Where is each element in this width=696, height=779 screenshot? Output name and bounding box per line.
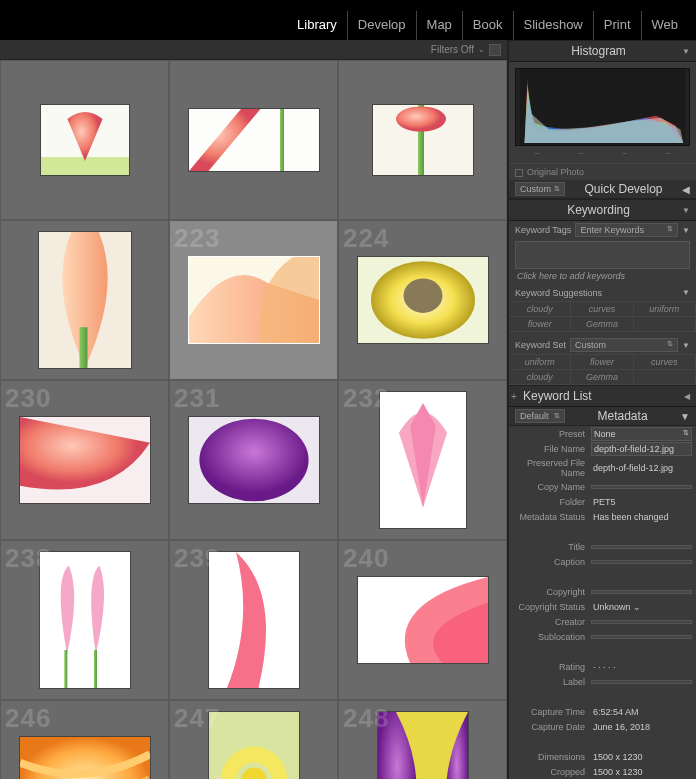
metadata-row: Label bbox=[509, 674, 696, 689]
filter-bar[interactable]: Filters Off ⌄ bbox=[0, 40, 507, 60]
metadata-row: Copyright StatusUnknown ⌄ bbox=[509, 599, 696, 614]
keyword-suggestions-header[interactable]: Keyword Suggestions▼ bbox=[509, 285, 696, 301]
metadata-value[interactable]: depth-of-field-12.jpg bbox=[591, 442, 692, 456]
metadata-mode-select[interactable]: Default⇅ bbox=[515, 409, 565, 423]
grid-cell[interactable] bbox=[338, 60, 507, 220]
grid-cell[interactable] bbox=[0, 220, 169, 380]
grid-cell[interactable]: 223· · · · · bbox=[169, 220, 338, 380]
keyword-chip[interactable]: Gemma bbox=[571, 317, 633, 332]
keyword-textarea[interactable] bbox=[515, 241, 690, 269]
metadata-label: Copyright Status bbox=[509, 602, 591, 612]
grid-cell[interactable]: 248 bbox=[338, 700, 507, 779]
chevron-down-icon[interactable]: ▼ bbox=[682, 341, 690, 350]
keyword-set-grid: uniformflowercurvescloudyGemma bbox=[509, 354, 696, 385]
svg-rect-3 bbox=[280, 109, 284, 171]
nav-library[interactable]: Library bbox=[287, 11, 348, 40]
metadata-row: Copy Name bbox=[509, 479, 696, 494]
filter-label: Filters Off bbox=[431, 44, 474, 55]
metadata-row: Sublocation bbox=[509, 629, 696, 644]
grid-cell[interactable]: 239 bbox=[169, 540, 338, 700]
metadata-label: Metadata Status bbox=[509, 512, 591, 522]
nav-web[interactable]: Web bbox=[642, 11, 689, 40]
metadata-value: 6:52:54 AM bbox=[591, 706, 692, 718]
nav-develop[interactable]: Develop bbox=[348, 11, 417, 40]
keyword-chip[interactable]: cloudy bbox=[509, 370, 571, 385]
cell-index: 239 bbox=[174, 543, 220, 574]
metadata-row: Metadata StatusHas been changed bbox=[509, 509, 696, 524]
chevron-down-icon: ▼ bbox=[682, 206, 690, 215]
metadata-label: Capture Date bbox=[509, 722, 591, 732]
grid-cell[interactable]: 240 bbox=[338, 540, 507, 700]
grid-cell[interactable] bbox=[169, 60, 338, 220]
metadata-value[interactable] bbox=[591, 620, 692, 624]
keyword-chip[interactable]: uniform bbox=[509, 355, 571, 370]
nav-book[interactable]: Book bbox=[463, 11, 514, 40]
svg-rect-19 bbox=[94, 650, 97, 688]
cell-index: 230 bbox=[5, 383, 51, 414]
keyword-list-header[interactable]: + Keyword List◀ bbox=[509, 385, 696, 407]
grid-cell[interactable] bbox=[0, 60, 169, 220]
svg-rect-8 bbox=[79, 327, 87, 368]
metadata-value[interactable] bbox=[591, 485, 692, 489]
keywording-header[interactable]: Keywording▼ bbox=[509, 199, 696, 221]
rating-dots[interactable]: · · · · · bbox=[233, 366, 271, 375]
original-photo-row[interactable]: Original Photo bbox=[509, 163, 696, 180]
keyword-chip[interactable]: cloudy bbox=[509, 302, 571, 317]
quick-develop-header[interactable]: Custom⇅ Quick Develop ◀ bbox=[509, 180, 696, 199]
grid-cell[interactable]: 232 bbox=[338, 380, 507, 540]
grid-cell[interactable]: 224 bbox=[338, 220, 507, 380]
module-nav: LibraryDevelopMapBookSlideshowPrintWeb bbox=[287, 11, 688, 40]
keyword-chip[interactable] bbox=[634, 317, 696, 332]
svg-rect-18 bbox=[64, 650, 67, 688]
grid-cell[interactable]: 247 bbox=[169, 700, 338, 779]
metadata-row: Title bbox=[509, 539, 696, 554]
grid-cell[interactable]: 238 bbox=[0, 540, 169, 700]
grid-cell[interactable]: 231 bbox=[169, 380, 338, 540]
right-panel: Histogram▼ –––– Original Photo Custom⇅ Q… bbox=[508, 40, 696, 779]
metadata-value[interactable] bbox=[591, 680, 692, 684]
keyword-chip[interactable]: flower bbox=[509, 317, 571, 332]
nav-print[interactable]: Print bbox=[594, 11, 642, 40]
metadata-value: 1500 x 1230 bbox=[591, 766, 692, 778]
metadata-value[interactable] bbox=[591, 635, 692, 639]
metadata-label: Copy Name bbox=[509, 482, 591, 492]
chevron-updown-icon: ⇅ bbox=[667, 225, 673, 235]
lock-icon[interactable] bbox=[489, 44, 501, 56]
keyword-chip[interactable] bbox=[634, 370, 696, 385]
metadata-value[interactable] bbox=[591, 545, 692, 549]
keyword-set-select[interactable]: Custom⇅ bbox=[570, 338, 678, 352]
keyword-chip[interactable]: curves bbox=[634, 355, 696, 370]
top-bar: LibraryDevelopMapBookSlideshowPrintWeb bbox=[0, 0, 696, 40]
metadata-value[interactable] bbox=[591, 590, 692, 594]
keyword-chip[interactable]: curves bbox=[571, 302, 633, 317]
chevron-updown-icon: ⇅ bbox=[554, 185, 560, 193]
nav-slideshow[interactable]: Slideshow bbox=[514, 11, 594, 40]
metadata-label: Preserved File Name bbox=[509, 458, 591, 478]
metadata-label: Cropped bbox=[509, 767, 591, 777]
checkbox-icon[interactable] bbox=[515, 169, 523, 177]
grid-cell[interactable]: 230 bbox=[0, 380, 169, 540]
cell-index: 248 bbox=[343, 703, 389, 734]
svg-point-12 bbox=[403, 279, 442, 313]
metadata-value[interactable] bbox=[591, 560, 692, 564]
keyword-chip[interactable]: flower bbox=[571, 355, 633, 370]
metadata-row: Preserved File Namedepth-of-field-12.jpg bbox=[509, 457, 696, 479]
nav-map[interactable]: Map bbox=[417, 11, 463, 40]
metadata-header[interactable]: Default⇅ Metadata ▼ bbox=[509, 407, 696, 426]
keyword-chip[interactable]: Gemma bbox=[571, 370, 633, 385]
plus-icon[interactable]: + bbox=[511, 391, 517, 402]
chevron-down-icon[interactable]: ▼ bbox=[682, 226, 690, 235]
grid-cell[interactable]: 246 bbox=[0, 700, 169, 779]
keyword-hint[interactable]: Click here to add keywords bbox=[509, 269, 696, 285]
grid-area: Filters Off ⌄ 223· · · · ·22423023123223… bbox=[0, 40, 508, 779]
metadata-value: depth-of-field-12.jpg bbox=[591, 462, 692, 474]
histogram-header[interactable]: Histogram▼ bbox=[509, 40, 696, 62]
metadata-preset-select[interactable]: None⇅ bbox=[591, 427, 692, 441]
metadata-row: Capture DateJune 16, 2018 bbox=[509, 719, 696, 734]
keyword-tags-mode-select[interactable]: Enter Keywords⇅ bbox=[575, 223, 678, 237]
keyword-chip[interactable]: uniform bbox=[634, 302, 696, 317]
metadata-row: Cropped1500 x 1230 bbox=[509, 764, 696, 779]
quickdev-preset-select[interactable]: Custom⇅ bbox=[515, 182, 565, 196]
filter-dropdown-icon[interactable]: ⌄ bbox=[478, 45, 485, 54]
chevron-down-icon: ▼ bbox=[682, 47, 690, 56]
